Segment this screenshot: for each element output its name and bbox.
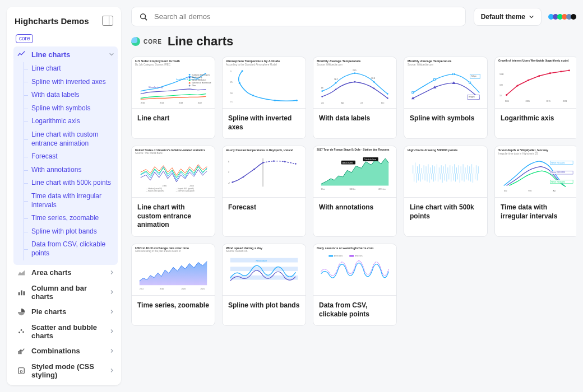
card-500k[interactable]: Highcharts drawing 500000 points Line ch… [404, 146, 488, 237]
svg-text:16: 16 [321, 87, 323, 89]
svg-point-5 [22, 331, 24, 333]
sidebar-category-accessibility[interactable]: Accessibility [13, 382, 118, 386]
card-irregular[interactable]: Snow depth at Vikjafjellet, Norway Irreg… [494, 146, 576, 237]
sidebar-item-spline-inverted[interactable]: Spline with inverted axes [13, 76, 118, 89]
palette-swatch[interactable] [571, 14, 576, 20]
svg-text:Dec: Dec [381, 102, 385, 104]
sidebar-item-csv[interactable]: Data from CSV, clickable points [13, 238, 118, 260]
sidebar-category-styled[interactable]: {} Styled mode (CSS styling) [13, 359, 118, 382]
card-label: Line chart with custom entrance animatio… [132, 198, 215, 236]
svg-text:Apr: Apr [553, 190, 556, 192]
svg-text:Jul: Jul [360, 102, 363, 104]
theme-palette [549, 14, 576, 20]
sidebar-item-line-chart[interactable]: Line chart [13, 62, 118, 76]
card-csv[interactable]: Daily sessions at www.highcharts.com All… [313, 244, 397, 326]
area-chart-icon [17, 268, 26, 277]
svg-rect-71 [412, 92, 414, 94]
card-label: Spline with symbols [404, 109, 487, 133]
demo-grid[interactable]: U.S Solar Employment Growth By Job Categ… [131, 57, 576, 333]
svg-point-57 [387, 93, 388, 95]
sidebar-category-combinations[interactable]: Combinations [13, 343, 118, 359]
svg-text:Sales & Distribution: Sales & Distribution [192, 79, 206, 81]
search-input[interactable] [153, 12, 457, 21]
svg-text:26.5: 26.5 [353, 69, 357, 72]
sidebar-item-plot-bands[interactable]: Spline with plot bands [13, 225, 118, 239]
svg-text:50: 50 [230, 92, 233, 95]
sidebar-item-entrance-anim[interactable]: Line chart with custom entrance animatio… [13, 128, 118, 150]
svg-text:2020: 2020 [182, 288, 186, 290]
svg-text:1000: 1000 [499, 73, 504, 75]
sidebar-item-zoomable[interactable]: Time series, zoomable [13, 212, 118, 225]
card-label: Spline with plot bands [223, 296, 306, 320]
svg-rect-0 [18, 292, 20, 295]
svg-point-38 [189, 80, 191, 81]
main: Default theme CORE Line charts U.S Solar… [131, 7, 576, 385]
styled-mode-icon: {} [17, 366, 26, 375]
chevron-right-icon [109, 329, 114, 334]
card-thumb: 2017 Tour de France Stage 8: Dole - Stat… [313, 146, 396, 198]
svg-rect-2 [24, 291, 25, 295]
card-spline-symbols[interactable]: Monthly Average Temperature Source: Wiki… [404, 57, 488, 139]
sidebar-item-annotations[interactable]: With annotations [13, 164, 118, 177]
svg-text:Jan: Jan [321, 102, 325, 104]
svg-point-56 [373, 81, 375, 83]
svg-line-27 [145, 18, 147, 20]
sidebar-item-500k[interactable]: Line chart with 500k points [13, 176, 118, 190]
svg-text:New users: New users [355, 255, 363, 258]
sidebar-sub-list: Line chart Spline with inverted axes Wit… [13, 60, 118, 265]
svg-text:2015: 2015 [546, 100, 550, 102]
theme-select[interactable]: Default theme [474, 8, 542, 26]
svg-text:2014: 2014 [160, 102, 164, 104]
svg-text:2022: 2022 [198, 102, 202, 104]
sidebar-scroll[interactable]: core Line charts Line chart Spline with … [7, 32, 121, 385]
card-thumb: Atmosphere Temperature by Altitude Accor… [223, 57, 306, 109]
card-forecast[interactable]: Hourly forecast temperatures in Reykjaví… [222, 146, 306, 237]
sidebar-item-spline-symbols[interactable]: Spline with symbols [13, 102, 118, 115]
svg-point-36 [189, 77, 191, 78]
chevron-right-icon [109, 270, 114, 275]
sidebar-category-scatter[interactable]: Scatter and bubble charts [13, 320, 118, 343]
card-line-chart[interactable]: U.S Solar Employment Growth By Job Categ… [131, 57, 215, 139]
svg-point-87 [549, 72, 551, 74]
svg-text:Col de la Joux: Col de la Joux [364, 158, 377, 161]
svg-point-34 [189, 74, 191, 76]
core-badge-icon [131, 37, 140, 46]
sidebar-category-column-bar[interactable]: Column and bar charts [13, 281, 118, 304]
sidebar-category-pie[interactable]: Pie charts [13, 304, 118, 320]
card-spline-inverted[interactable]: Atmosphere Temperature by Altitude Accor… [222, 57, 306, 139]
svg-text:Arbois 628m: Arbois 628m [343, 162, 353, 164]
card-data-labels[interactable]: Monthly Average Temperature Source: Wiki… [313, 57, 397, 139]
svg-text:10: 10 [499, 95, 502, 97]
search-box[interactable] [131, 7, 466, 26]
chevron-right-icon [109, 290, 114, 295]
sidebar-category-label: Line charts [31, 50, 70, 59]
svg-text:Dec: Dec [504, 190, 507, 192]
sidebar-category-area-charts[interactable]: Area charts [13, 265, 118, 281]
svg-point-58 [321, 96, 323, 97]
svg-text:Hestavollane: Hestavollane [256, 260, 267, 262]
card-plot-bands[interactable]: Wind speed during a day Source: Norkart … [222, 244, 306, 326]
card-annotations[interactable]: 2017 Tour de France Stage 8: Dole - Stat… [313, 146, 397, 237]
sidebar-item-irregular[interactable]: Time data with irregular intervals [13, 190, 118, 212]
card-logarithmic[interactable]: Growth of Internet Users Worldwide (loga… [494, 57, 576, 139]
sidebar-category-label: Pie charts [31, 307, 66, 316]
card-label: Data from CSV, clickable points [313, 296, 396, 325]
svg-point-83 [506, 94, 507, 96]
sidebar-item-data-labels[interactable]: With data labels [13, 88, 118, 102]
svg-text:25: 25 [230, 81, 233, 83]
sidebar-tag-core[interactable]: core [16, 34, 33, 43]
sidebar-item-log-axis[interactable]: Logarithmic axis [13, 115, 118, 128]
svg-text:2010: 2010 [141, 102, 145, 104]
card-zoomable[interactable]: USD to EUR exchange rate over time Click… [131, 244, 215, 326]
card-entrance-anim[interactable]: United States of America's Inflation-rel… [131, 146, 215, 237]
collapse-sidebar-button[interactable] [102, 16, 113, 26]
svg-point-85 [528, 80, 529, 81]
sidebar-category-label: Combinations [31, 347, 80, 355]
svg-text:6: 6 [228, 161, 229, 163]
svg-point-45 [239, 82, 240, 84]
chevron-right-icon [109, 348, 114, 353]
sidebar-item-forecast[interactable]: Forecast [13, 150, 118, 164]
svg-rect-201 [349, 255, 354, 257]
card-label: With annotations [313, 198, 396, 222]
sidebar-category-line-charts[interactable]: Line charts [13, 46, 118, 62]
